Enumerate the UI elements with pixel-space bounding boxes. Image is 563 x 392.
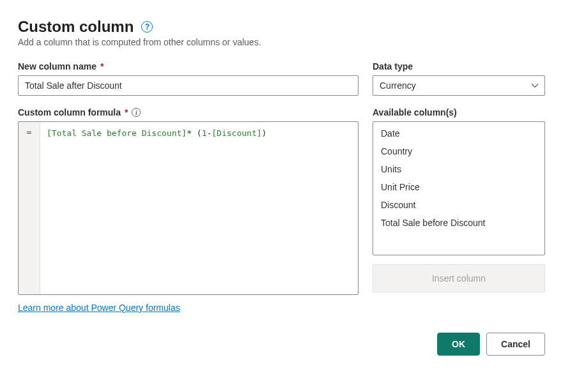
formula-gutter: = (19, 122, 40, 294)
column-name-label: New column name * (18, 61, 359, 72)
required-indicator: * (100, 61, 104, 72)
cancel-button[interactable]: Cancel (486, 333, 545, 356)
ok-button[interactable]: OK (437, 333, 480, 356)
formula-editor[interactable]: = [Total Sale before Discount]* (1-[Disc… (18, 121, 359, 295)
data-type-select[interactable]: Currency (373, 75, 545, 96)
dialog-header: Custom column ? (18, 18, 545, 36)
dialog-title: Custom column (18, 18, 134, 36)
help-icon[interactable]: ? (141, 21, 153, 33)
info-icon[interactable]: i (132, 108, 141, 117)
list-item[interactable]: Total Sale before Discount (373, 214, 544, 232)
formula-label: Custom column formula * i (18, 107, 359, 117)
list-item[interactable]: Unit Price (373, 178, 544, 196)
required-indicator: * (125, 107, 128, 117)
dialog-subtitle: Add a column that is computed from other… (18, 37, 545, 47)
available-columns-list[interactable]: Date Country Units Unit Price Discount T… (373, 121, 545, 255)
dialog-footer: OK Cancel (18, 333, 545, 356)
data-type-label: Data type (373, 61, 545, 72)
insert-column-button[interactable]: Insert column (373, 264, 545, 292)
list-item[interactable]: Discount (373, 196, 544, 214)
learn-more-link[interactable]: Learn more about Power Query formulas (18, 303, 180, 313)
list-item[interactable]: Date (373, 124, 544, 142)
formula-code[interactable]: [Total Sale before Discount]* (1-[Discou… (40, 122, 358, 294)
list-item[interactable]: Country (373, 142, 544, 160)
list-item[interactable]: Units (373, 160, 544, 178)
column-name-input[interactable] (18, 75, 359, 96)
available-columns-label: Available column(s) (373, 107, 545, 117)
